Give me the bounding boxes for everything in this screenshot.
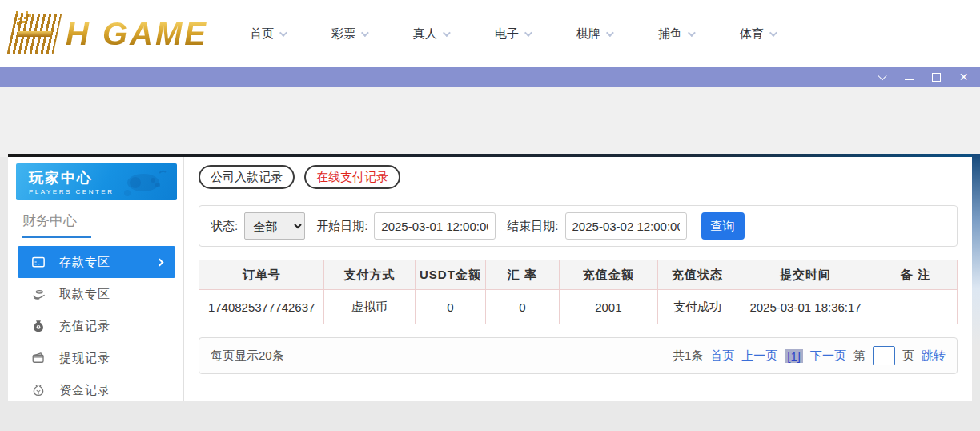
nav-item-label: 电子 (495, 26, 519, 42)
logo-text: H GAME (66, 16, 208, 52)
col-usdt-amount: USDT金额 (415, 260, 485, 290)
money-bag-icon (30, 318, 46, 334)
cell-order-no: 1740825377742637 (199, 290, 324, 324)
col-submit-time: 提交时间 (737, 260, 874, 290)
sidebar: 玩家中心 PLAYERS CENTER 财务中心 存 (8, 157, 184, 401)
sidebar-item-withdraw-zone[interactable]: 取款专区 (18, 278, 175, 310)
nav-item-label: 体育 (740, 26, 764, 42)
sidebar-item-recharge-records[interactable]: 充值记录 (18, 310, 175, 342)
nav-item-home[interactable]: 首页 (250, 26, 285, 42)
pagination-bar: 每页显示20条 共1条 首页 上一页 [1] 下一页 第 页 跳转 (199, 337, 958, 374)
end-date-input[interactable] (565, 212, 687, 240)
nav-item-label: 彩票 (331, 26, 355, 42)
main-nav: 首页 彩票 真人 电子 棋牌 捕鱼 体育 (250, 26, 775, 42)
deposit-card-icon (30, 254, 46, 270)
total-count-label: 共1条 (673, 348, 703, 364)
jump-go-link[interactable]: 跳转 (922, 348, 946, 364)
chevron-down-icon (524, 29, 532, 37)
cell-usdt-amount: 0 (415, 290, 485, 324)
chevron-right-icon (156, 258, 164, 266)
wallet-icon (30, 350, 46, 366)
end-date-label: 结束日期: (507, 219, 558, 234)
pager: 共1条 首页 上一页 [1] 下一页 第 页 跳转 (673, 346, 946, 365)
maximize-button[interactable] (931, 72, 942, 83)
nav-item-label: 棋牌 (576, 26, 600, 42)
sidebar-item-funds-records[interactable]: 资金记录 (18, 374, 175, 406)
tab-company-deposit-records[interactable]: 公司入款记录 (199, 165, 295, 189)
page-background-spacer (0, 87, 980, 157)
search-button[interactable]: 查询 (701, 212, 745, 240)
nav-item-sports[interactable]: 体育 (740, 26, 775, 42)
hand-money-icon (30, 286, 46, 302)
col-exchange-rate: 汇 率 (485, 260, 559, 290)
sidebar-item-label: 资金记录 (59, 383, 110, 398)
titlebar-chevron-down-icon[interactable] (877, 72, 887, 83)
table-row: 1740825377742637 虚拟币 0 0 2001 支付成功 2025-… (199, 290, 958, 324)
nav-item-slots[interactable]: 电子 (495, 26, 530, 42)
status-select[interactable]: 全部 (244, 212, 305, 240)
status-label: 状态: (211, 219, 238, 234)
jump-label-pre: 第 (853, 348, 866, 364)
records-table: 订单号 支付方式 USDT金额 汇 率 充值金额 充值状态 提交时间 备 注 1 (199, 260, 958, 324)
chevron-down-icon (606, 29, 614, 37)
sidebar-item-label: 取款专区 (59, 287, 110, 302)
table-header-row: 订单号 支付方式 USDT金额 汇 率 充值金额 充值状态 提交时间 备 注 (199, 260, 958, 290)
logo-striped-h-icon (7, 14, 62, 54)
nav-item-label: 首页 (250, 26, 274, 42)
nav-item-label: 真人 (413, 26, 437, 42)
current-page-indicator[interactable]: [1] (785, 349, 803, 363)
window-titlebar: ✕ (0, 67, 980, 87)
nav-item-label: 捕鱼 (658, 26, 682, 42)
prev-page-link[interactable]: 上一页 (741, 348, 777, 364)
chevron-down-icon (361, 29, 369, 37)
col-recharge-status: 充值状态 (657, 260, 737, 290)
sidebar-menu: 存款专区 取款专区 充值记录 (8, 246, 183, 406)
start-date-label: 开始日期: (316, 219, 368, 234)
sidebar-section-title: 财务中心 (8, 200, 183, 230)
nav-item-live[interactable]: 真人 (413, 26, 448, 42)
col-payment-method: 支付方式 (324, 260, 416, 290)
gamepad-icon (119, 167, 171, 199)
nav-item-fishing[interactable]: 捕鱼 (658, 26, 693, 42)
cell-remark (874, 290, 957, 324)
jump-page-input[interactable] (873, 346, 895, 365)
per-page-label: 每页显示20条 (211, 348, 284, 364)
minimize-button[interactable] (904, 72, 914, 83)
cell-recharge-status: 支付成功 (657, 290, 737, 324)
sidebar-item-deposit-zone[interactable]: 存款专区 (18, 246, 175, 278)
cell-recharge-amount: 2001 (559, 290, 657, 324)
nav-item-chess[interactable]: 棋牌 (576, 26, 612, 42)
start-date-input[interactable] (374, 212, 496, 240)
logo: H GAME (11, 8, 208, 59)
main-area: 玩家中心 PLAYERS CENTER 财务中心 存 (0, 157, 980, 431)
chevron-down-icon (769, 29, 777, 37)
tab-online-payment-records[interactable]: 在线支付记录 (304, 165, 400, 189)
close-button[interactable]: ✕ (958, 72, 969, 83)
sidebar-item-label: 充值记录 (59, 319, 110, 334)
content-area: 公司入款记录 在线支付记录 状态: 全部 开始日期: 结束日期: 查询 (184, 157, 972, 401)
cell-submit-time: 2025-03-01 18:36:17 (737, 290, 874, 324)
players-center-panel: 玩家中心 PLAYERS CENTER 财务中心 存 (8, 157, 972, 401)
sidebar-section-underline (22, 236, 91, 238)
sidebar-item-withdrawal-records[interactable]: 提现记录 (18, 342, 175, 374)
sidebar-header: 玩家中心 PLAYERS CENTER (16, 163, 177, 200)
col-remark: 备 注 (874, 260, 957, 290)
jump-label-post: 页 (902, 348, 914, 364)
cell-exchange-rate: 0 (485, 290, 559, 324)
money-bag-coin-icon (30, 382, 46, 398)
filter-bar: 状态: 全部 开始日期: 结束日期: 查询 (199, 205, 958, 247)
sidebar-item-label: 存款专区 (59, 255, 110, 270)
col-recharge-amount: 充值金额 (559, 260, 657, 290)
records-table-wrap: 订单号 支付方式 USDT金额 汇 率 充值金额 充值状态 提交时间 备 注 1 (199, 260, 958, 324)
chevron-down-icon (279, 29, 287, 37)
col-order-no: 订单号 (199, 260, 324, 290)
nav-item-lottery[interactable]: 彩票 (331, 26, 367, 42)
sidebar-item-label: 提现记录 (59, 351, 110, 366)
chevron-down-icon (688, 29, 696, 37)
next-page-link[interactable]: 下一页 (810, 348, 846, 364)
cell-payment-method: 虚拟币 (324, 290, 416, 324)
chevron-down-icon (443, 29, 451, 37)
record-tabs: 公司入款记录 在线支付记录 (199, 165, 958, 189)
panel-right-glow (972, 154, 980, 346)
first-page-link[interactable]: 首页 (710, 348, 734, 364)
